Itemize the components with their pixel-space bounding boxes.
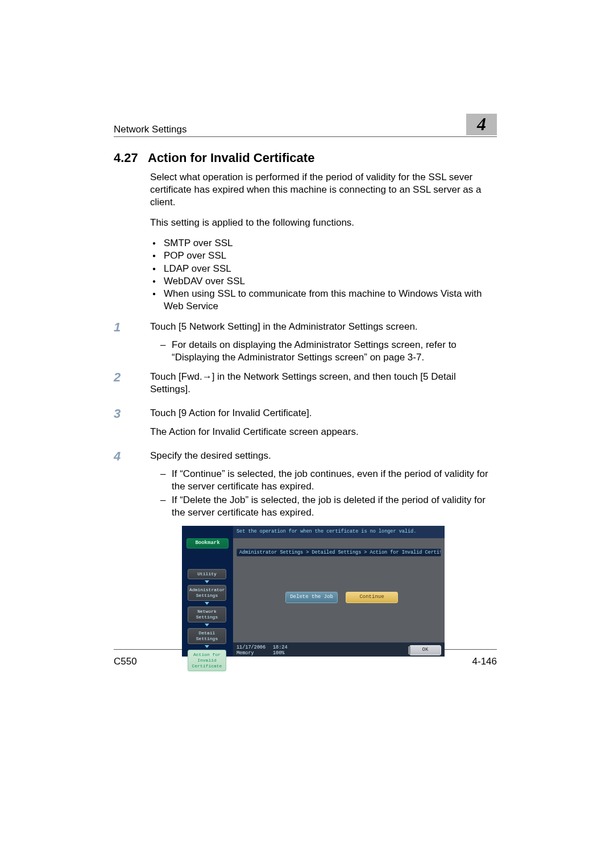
hint-bar: Set the operation for when the certifica… (233, 526, 445, 538)
continue-button[interactable]: Continue (346, 592, 398, 603)
dash-icon: – (160, 494, 172, 519)
delete-job-button[interactable]: Delete the Job (285, 592, 338, 603)
bullet-item: SMTP over SSL (150, 237, 497, 250)
step-sub: – If “Delete the Job” is selected, the j… (160, 494, 497, 519)
step: 3 Touch [9 Action for Invalid Certificat… (114, 407, 497, 443)
step-text: Specify the desired settings. (150, 450, 497, 462)
bullet-item: POP over SSL (150, 250, 497, 262)
step-sub-text: For details on displaying the Administra… (172, 339, 497, 364)
footer-model: C550 (114, 656, 137, 667)
intro-block: Select what operation is performed if th… (150, 171, 497, 313)
chevron-down-icon (205, 645, 209, 648)
page-header: Network Settings 4 (114, 114, 497, 137)
page-footer: C550 4-146 (114, 656, 497, 667)
chapter-number-badge: 4 (466, 114, 497, 135)
device-screenshot: Bookmark Utility Administrator Settings … (182, 526, 445, 657)
page-sheet: Network Settings 4 4.27Action for Invali… (114, 114, 497, 650)
bullet-item: LDAP over SSL (150, 263, 497, 275)
step-sub: – If “Continue” is selected, the job con… (160, 468, 497, 493)
bullet-item: When using SSL to communicate from this … (150, 288, 497, 313)
nav-utility[interactable]: Utility (188, 569, 226, 579)
ui-sidebar: Bookmark Utility Administrator Settings … (182, 526, 234, 657)
header-section-label: Network Settings (114, 124, 187, 135)
dash-icon: – (160, 468, 172, 493)
step-after-text: The Action for Invalid Certificate scree… (150, 426, 497, 438)
breadcrumb-bar: Administrator Settings > Detailed Settin… (237, 549, 441, 556)
ui-content-area: Set the operation for when the certifica… (233, 526, 445, 657)
status-memory-label: Memory (237, 650, 254, 656)
step: 2 Touch [Fwd.→] in the Network Settings … (114, 371, 497, 401)
bullet-item: WebDAV over SSL (150, 275, 497, 288)
step: 1 Touch [5 Network Setting] in the Admin… (114, 321, 497, 365)
ok-button[interactable]: OK (409, 645, 441, 655)
step-text: Touch [9 Action for Invalid Certificate]… (150, 407, 497, 420)
nav-admin-settings[interactable]: Administrator Settings (188, 585, 226, 601)
section-title-text: Action for Invalid Certificate (148, 151, 314, 165)
status-time: 18:24 (273, 645, 288, 650)
step-sub-text: If “Delete the Job” is selected, the job… (172, 494, 497, 519)
step-number: 1 (114, 321, 150, 365)
step-text: Touch [Fwd.→] in the Network Settings sc… (150, 371, 497, 396)
bookmark-button[interactable]: Bookmark (186, 538, 229, 549)
nav-detail-settings[interactable]: Detail Settings (188, 628, 226, 644)
step-text: Touch [5 Network Setting] in the Adminis… (150, 321, 497, 333)
step-number: 2 (114, 371, 150, 401)
footer-page: 4-146 (472, 656, 497, 667)
step-sub: – For details on displaying the Administ… (160, 339, 497, 364)
status-bar: 11/17/2006 18:24 Memory 100% OK (233, 642, 445, 657)
chevron-down-icon (205, 602, 209, 605)
dash-icon: – (160, 339, 172, 364)
intro-paragraph-2: This setting is applied to the following… (150, 217, 497, 229)
section-number: 4.27 (114, 151, 148, 165)
chevron-down-icon (205, 580, 209, 583)
nav-network-settings[interactable]: Network Settings (188, 607, 226, 622)
status-memory-value: 100% (273, 650, 284, 656)
step: 4 Specify the desired settings. – If “Co… (114, 450, 497, 520)
step-list: 1 Touch [5 Network Setting] in the Admin… (114, 321, 497, 520)
intro-paragraph-1: Select what operation is performed if th… (150, 171, 497, 209)
step-number: 3 (114, 407, 150, 443)
section-heading: 4.27Action for Invalid Certificate (114, 151, 497, 165)
chevron-down-icon (205, 624, 209, 626)
status-date: 11/17/2006 (237, 645, 265, 650)
step-number: 4 (114, 450, 150, 520)
step-sub-text: If “Continue” is selected, the job conti… (172, 468, 497, 493)
function-list: SMTP over SSL POP over SSL LDAP over SSL… (150, 237, 497, 313)
